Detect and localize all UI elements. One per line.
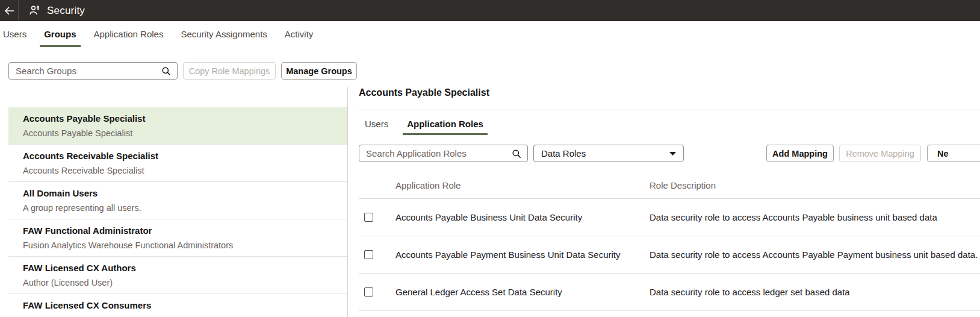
groups-search-input[interactable] [9, 66, 161, 76]
application-role-cell: General Ledger Access Set Data Security [395, 287, 650, 297]
tab-activity[interactable]: Activity [285, 21, 314, 49]
back-arrow-icon [4, 7, 14, 15]
copy-role-mappings-button[interactable]: Copy Role Mappings [183, 62, 276, 80]
table-header-row: Application Role Role Description [359, 172, 980, 199]
main-tab-bar: Users Groups Application Roles Security … [0, 21, 313, 49]
dropdown-caret-icon [669, 152, 676, 155]
group-subtitle: A group representing all users. [23, 202, 347, 214]
application-roles-search-box [359, 145, 528, 162]
application-role-cell: Accounts Payable Payment Business Unit D… [395, 250, 650, 260]
group-title: All Domain Users [23, 187, 347, 199]
table-row[interactable]: Accounts Payable Business Unit Data Secu… [359, 199, 980, 236]
row-checkbox[interactable] [364, 250, 373, 259]
role-description-cell: Data security role to access Accounts Pa… [650, 212, 980, 222]
group-list-item[interactable]: All Domain Users A group representing al… [8, 182, 347, 219]
security-console-screen: Security Users Groups Application Roles … [0, 0, 980, 317]
group-title: FAW Licensed CX Authors [23, 262, 347, 274]
role-description-cell: Data security role to access Accounts Pa… [650, 250, 980, 260]
data-roles-select-value: Data Roles [534, 148, 669, 158]
group-subtitle: Accounts Receivable Specialist [23, 165, 347, 177]
security-users-icon [29, 5, 40, 16]
page-title: Security [47, 5, 85, 17]
table-row[interactable]: Accounts Payable Payment Business Unit D… [359, 236, 980, 274]
group-title: Accounts Receivable Specialist [23, 150, 347, 162]
tab-application-roles[interactable]: Application Roles [94, 21, 164, 49]
tab-groups[interactable]: Groups [44, 21, 76, 49]
search-icon [512, 149, 521, 158]
new-application-role-button[interactable]: Ne [927, 145, 980, 162]
application-roles-table: Application Role Role Description Accoun… [359, 172, 980, 311]
group-list-item[interactable]: Accounts Payable Specialist Accounts Pay… [8, 107, 347, 145]
header-divider [18, 0, 19, 21]
detail-tab-application-roles[interactable]: Application Roles [407, 110, 483, 135]
table-row[interactable]: General Ledger Access Set Data Security … [359, 274, 980, 311]
group-list-item[interactable]: Accounts Receivable Specialist Accounts … [8, 145, 347, 182]
group-detail-panel: Accounts Payable Specialist Users Applic… [359, 87, 980, 317]
add-mapping-button[interactable]: Add Mapping [766, 145, 834, 162]
data-roles-select[interactable]: Data Roles [533, 145, 684, 162]
group-subtitle: Fusion Analytics Warehouse Functional Ad… [23, 239, 347, 251]
application-roles-search-input[interactable] [359, 148, 512, 158]
top-header-bar: Security [0, 0, 980, 21]
remove-mapping-button[interactable]: Remove Mapping [839, 145, 921, 162]
column-header-application-role: Application Role [395, 180, 650, 190]
application-role-cell: Accounts Payable Business Unit Data Secu… [395, 212, 650, 222]
column-header-role-description: Role Description [650, 180, 980, 190]
group-subtitle: Author (Licensed User) [23, 277, 347, 289]
groups-list: Accounts Payable Specialist Accounts Pay… [8, 107, 347, 317]
search-icon [161, 66, 171, 76]
group-title: Accounts Payable Specialist [23, 113, 347, 125]
group-list-item[interactable]: FAW Licensed CX Authors Author (Licensed… [8, 257, 347, 294]
back-button[interactable] [0, 0, 18, 21]
role-description-cell: Data security role to access ledger set … [650, 287, 980, 297]
detail-tab-bar: Users Application Roles [365, 110, 483, 135]
detail-tab-users[interactable]: Users [365, 110, 388, 135]
groups-search-box [8, 62, 178, 80]
group-title: FAW Functional Administrator [23, 225, 347, 237]
group-list-item[interactable]: FAW Functional Administrator Fusion Anal… [8, 219, 347, 257]
row-checkbox[interactable] [364, 213, 373, 222]
panel-divider [347, 87, 348, 317]
manage-groups-button[interactable]: Manage Groups [281, 62, 357, 80]
group-list-item[interactable]: FAW Licensed CX Consumers [8, 294, 347, 317]
tab-users[interactable]: Users [3, 21, 26, 49]
group-title: FAW Licensed CX Consumers [23, 300, 347, 312]
group-subtitle: Accounts Payable Specialist [23, 127, 347, 139]
tab-security-assignments[interactable]: Security Assignments [181, 21, 267, 49]
detail-title: Accounts Payable Specialist [359, 87, 980, 99]
row-checkbox[interactable] [364, 287, 373, 297]
